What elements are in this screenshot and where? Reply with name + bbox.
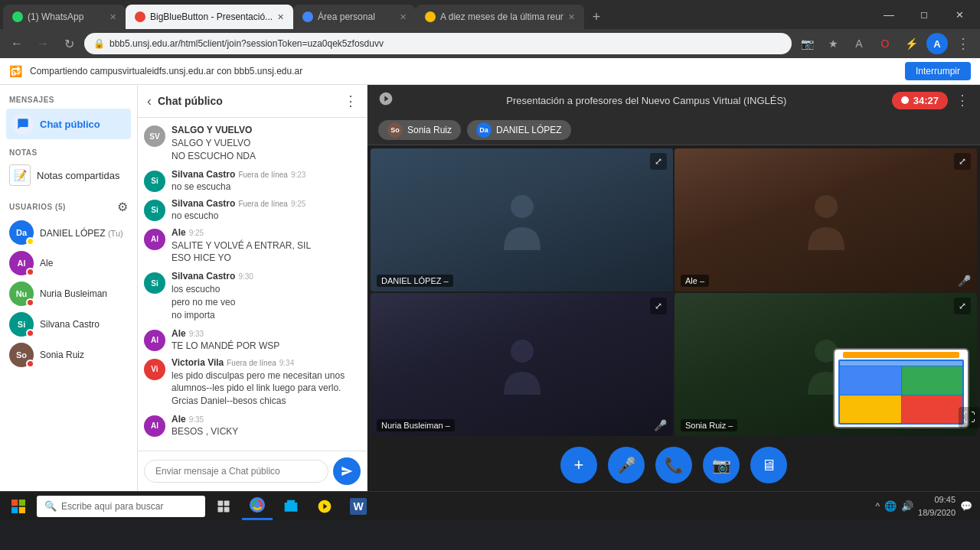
video-back-button[interactable] xyxy=(378,91,394,109)
microphone-button[interactable]: 🎤 xyxy=(608,447,645,483)
msg-header-row: Silvana Castro Fuera de línea 9:23 xyxy=(172,169,305,180)
opera-icon[interactable]: O xyxy=(874,33,896,54)
sharing-text: Compartiendo campusvirtualeidfs.unsj.edu… xyxy=(30,66,897,76)
notification-icon[interactable]: 💬 xyxy=(960,500,972,512)
daniel-expand-button[interactable]: ⤢ xyxy=(650,153,667,170)
video-cell-daniel: DANIEL LÓPEZ – ⤢ xyxy=(371,148,673,291)
sidebar-item-notes[interactable]: 📝 Notas compartidas xyxy=(0,160,137,190)
camera-control-button[interactable]: 📷 xyxy=(703,447,740,483)
tab-personal[interactable]: Área personal ✕ xyxy=(293,5,416,29)
message-item: SV SALGO Y VUELVO SALGO Y VUELVO NO ESCU… xyxy=(144,124,361,163)
bookmark-icon[interactable]: ★ xyxy=(822,33,844,54)
msg-time: 9:25 xyxy=(189,229,204,237)
silvana-mute-badge xyxy=(26,329,34,337)
ale-expand-button[interactable]: ⤢ xyxy=(954,153,971,170)
taskbar-app-chrome[interactable] xyxy=(242,493,273,520)
back-nav-button[interactable]: ← xyxy=(6,33,28,54)
fullscreen-button[interactable]: ⛶ xyxy=(959,407,980,428)
msg-sender: Ale xyxy=(172,414,186,425)
chrome-menu-button[interactable]: ⋮ xyxy=(952,33,974,54)
user-item-daniel[interactable]: Da DANIEL LÓPEZ (Tu) xyxy=(0,217,137,248)
video-controls: + 🎤 📞 📷 🖥 xyxy=(368,439,980,491)
msg-sender-name: SALGO Y VUELVO xyxy=(172,125,252,135)
msg-offline-status: Fuera de línea xyxy=(238,171,288,179)
close-button[interactable]: ✕ xyxy=(942,0,977,29)
minimize-button[interactable]: — xyxy=(871,0,906,29)
network-icon[interactable]: 🌐 xyxy=(884,500,897,512)
user-item-ale[interactable]: Al Ale xyxy=(0,248,137,278)
taskbar-clock: 09:45 18/9/2020 xyxy=(918,493,956,519)
maximize-button[interactable]: ◻ xyxy=(906,0,942,29)
msg-content-silvana2: Silvana Castro Fuera de línea 9:25 no es… xyxy=(172,198,305,221)
msg-header-row: Ale 9:33 xyxy=(172,328,279,339)
chat-message-input[interactable] xyxy=(144,460,328,483)
forward-nav-button[interactable]: → xyxy=(32,33,54,54)
tab-reunion-label: A diez meses de la última reuni... xyxy=(440,11,564,22)
system-tray: ^ 🌐 🔊 09:45 18/9/2020 💬 xyxy=(871,493,977,519)
daniel-name-container: DANIEL LÓPEZ (Tu) xyxy=(40,227,123,239)
taskbar-app-explorer[interactable] xyxy=(276,493,306,520)
msg-avatar-ale2: Al xyxy=(144,330,165,351)
chat-input-area xyxy=(138,451,367,491)
tab-bbb-close[interactable]: ✕ xyxy=(277,12,284,22)
user-item-silvana[interactable]: Si Silvana Castro xyxy=(0,309,137,340)
svg-point-1 xyxy=(815,195,838,218)
speaker-chip-daniel[interactable]: Da DANIEL LÓPEZ xyxy=(467,120,571,140)
msg-header-row: Silvana Castro 9:30 xyxy=(172,271,253,282)
tray-chevron[interactable]: ^ xyxy=(875,501,880,512)
app-body: MENSAJES Chat público NOTAS 📝 Notas comp… xyxy=(0,85,980,491)
msg-text: BESOS , VICKY xyxy=(172,426,238,437)
sonia-mute-badge xyxy=(26,360,34,368)
video-more-button[interactable]: ⋮ xyxy=(956,92,969,109)
nuria-expand-button[interactable]: ⤢ xyxy=(650,298,667,314)
msg-text2: Grcias Daniel--besos chicas xyxy=(172,395,361,408)
taskbar-time: 09:45 xyxy=(918,493,956,506)
start-button[interactable] xyxy=(3,493,34,520)
user-item-nuria[interactable]: Nu Nuria Busleiman xyxy=(0,278,137,309)
volume-icon[interactable]: 🔊 xyxy=(901,500,913,512)
tab-reunion[interactable]: A diez meses de la última reuni... ✕ xyxy=(416,5,584,29)
chat-back-button[interactable]: ‹ xyxy=(147,93,152,109)
notes-section-label: NOTAS xyxy=(0,144,137,160)
tab-whatsapp[interactable]: (1) WhatsApp ✕ xyxy=(3,5,126,29)
phone-button[interactable]: 📞 xyxy=(655,447,692,483)
taskbar-app-word[interactable]: W xyxy=(343,493,374,520)
tab-personal-close[interactable]: ✕ xyxy=(400,12,407,22)
recording-dot xyxy=(901,96,909,104)
address-bar[interactable]: 🔒 bbb5.unsj.edu.ar/html5client/join?sess… xyxy=(84,33,792,54)
sonia-expand-button[interactable]: ⤢ xyxy=(954,298,971,314)
messages-section-label: MENSAJES xyxy=(0,91,137,107)
taskbar-app-media[interactable] xyxy=(309,493,340,520)
users-settings-icon[interactable]: ⚙ xyxy=(117,200,128,214)
ale-video-label: Ale – xyxy=(681,275,709,287)
user-item-sonia[interactable]: So Sonia Ruiz xyxy=(0,340,137,370)
daniel-video-label: DANIEL LÓPEZ – xyxy=(377,275,453,287)
camera-icon[interactable]: 📷 xyxy=(796,33,818,54)
speaker-chip-sonia[interactable]: So Sonia Ruiz xyxy=(378,120,461,140)
sidebar-item-chat-public[interactable]: Chat público xyxy=(6,109,131,139)
send-message-button[interactable] xyxy=(333,457,361,485)
interrupt-button[interactable]: Interrumpir xyxy=(905,62,971,80)
screen-preview[interactable] xyxy=(833,348,969,428)
msg-time: 9:25 xyxy=(291,200,305,208)
taskbar-search[interactable]: 🔍 Escribe aquí para buscar xyxy=(37,496,205,517)
acrobat-icon[interactable]: A xyxy=(848,33,870,54)
taskbar-app-task-view[interactable] xyxy=(208,493,239,520)
users-header: USUARIOS (5) ⚙ xyxy=(0,197,137,217)
new-tab-button[interactable]: + xyxy=(584,5,609,29)
add-control-button[interactable]: + xyxy=(560,447,597,483)
extensions-icon[interactable]: ⚡ xyxy=(900,33,922,54)
msg-text: no se escucha xyxy=(172,181,305,192)
tab-whatsapp-close[interactable]: ✕ xyxy=(109,12,116,22)
msg-sender: Silvana Castro xyxy=(172,169,235,180)
chat-public-label: Chat público xyxy=(40,119,100,130)
users-section-label: USUARIOS (5) xyxy=(9,203,66,211)
msg-sender: Ale xyxy=(172,227,186,238)
profile-button[interactable]: A xyxy=(926,33,948,54)
svg-point-2 xyxy=(511,340,534,363)
screen-share-button[interactable]: 🖥 xyxy=(750,447,787,483)
reload-button[interactable]: ↻ xyxy=(58,33,80,54)
tab-reunion-close[interactable]: ✕ xyxy=(568,12,575,22)
chat-more-button[interactable]: ⋮ xyxy=(344,93,358,109)
tab-bbb[interactable]: BigBlueButton - Presentació... ✕ xyxy=(126,5,293,29)
